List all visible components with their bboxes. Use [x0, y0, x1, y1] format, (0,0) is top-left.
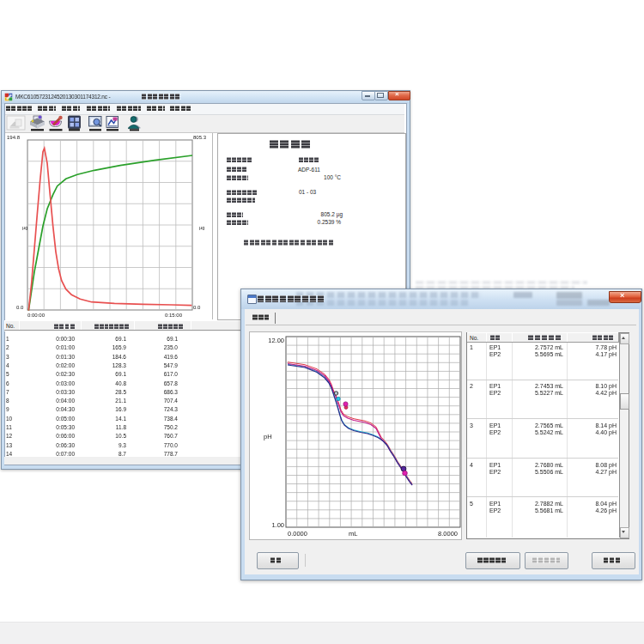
svg-text:0.0: 0.0 — [193, 305, 201, 310]
svg-text:0.0000: 0.0000 — [288, 530, 307, 538]
svg-text:1.00: 1.00 — [271, 521, 284, 529]
svg-text:0.0: 0.0 — [16, 305, 24, 310]
svg-text:12.00: 12.00 — [268, 337, 284, 344]
svg-text:0:15:00: 0:15:00 — [165, 313, 183, 318]
svg-text:pH: pH — [264, 433, 272, 440]
svg-text:µg: µg — [22, 225, 27, 230]
svg-text:µg: µg — [199, 225, 204, 230]
svg-text:8.0000: 8.0000 — [438, 530, 458, 538]
svg-text:194.8: 194.8 — [7, 135, 21, 140]
svg-text:0:00:00: 0:00:00 — [27, 313, 46, 318]
svg-text:mL: mL — [349, 530, 357, 538]
svg-text:805.3: 805.3 — [193, 135, 207, 140]
